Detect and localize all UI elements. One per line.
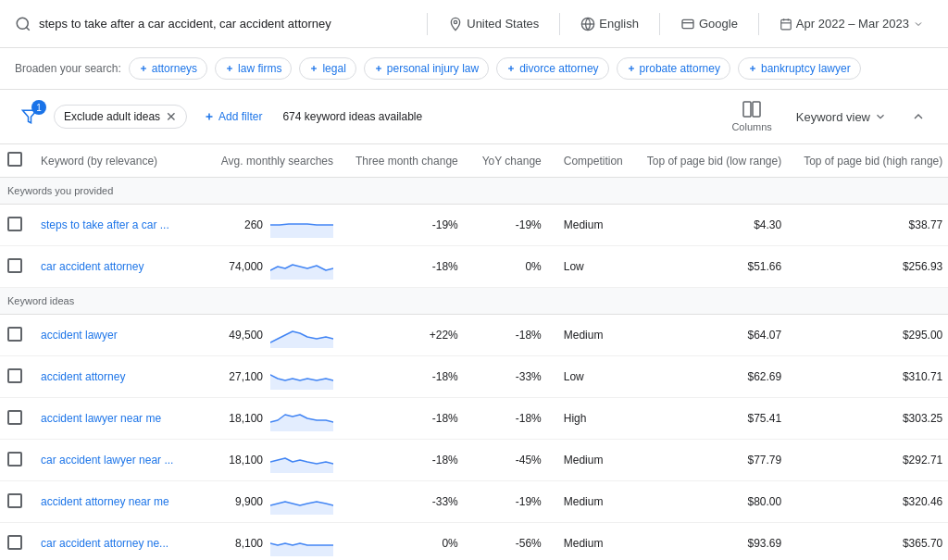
close-icon[interactable]: ✕: [166, 109, 177, 124]
bid-low-cell: $77.79: [636, 440, 792, 481]
row-checkbox[interactable]: [7, 217, 22, 231]
sparkline: [270, 322, 333, 348]
language-pill[interactable]: English: [571, 13, 648, 35]
bid-high-cell: $256.93: [792, 246, 948, 288]
bid-high-cell: $310.71: [792, 356, 948, 398]
broaden-chip-label: probate attorney: [640, 62, 720, 75]
three-month-cell: -18%: [344, 398, 469, 440]
yoy-cell: -56%: [469, 523, 553, 561]
avg-monthly-value: 49,500: [229, 329, 263, 342]
col-bid-high-header: Top of page bid (high range): [792, 144, 948, 178]
keyword-view-label: Keyword view: [796, 110, 870, 124]
keyword-cell[interactable]: car accident attorney ne...: [30, 523, 196, 561]
broaden-chip-legal[interactable]: legal: [299, 57, 356, 80]
row-checkbox-cell[interactable]: [0, 246, 30, 288]
table-row: car accident attorney ne... 8,100 0% -56…: [0, 523, 948, 561]
table-row: accident attorney 27,100 -18% -33% Low $…: [0, 356, 948, 398]
row-checkbox[interactable]: [7, 327, 22, 342]
broaden-chip-personal-injury[interactable]: personal injury law: [364, 57, 489, 80]
row-checkbox[interactable]: [7, 368, 22, 383]
location-pill[interactable]: United States: [439, 13, 548, 35]
avg-monthly-value: 18,100: [229, 412, 263, 425]
competition-cell: Low: [553, 246, 636, 288]
table-row: accident lawyer 49,500 +22% -18% Medium …: [0, 315, 948, 356]
collapse-button[interactable]: [904, 102, 933, 131]
row-checkbox-cell[interactable]: [0, 205, 30, 246]
broaden-chip-label: law firms: [238, 62, 281, 75]
three-month-cell: +22%: [344, 315, 469, 356]
platform-pill[interactable]: Google: [671, 13, 747, 35]
competition-cell: Medium: [553, 523, 636, 561]
filter-row: 1 Exclude adult ideas ✕ Add filter 674 k…: [0, 90, 948, 144]
keywords-table: Keyword (by relevance) Avg. monthly sear…: [0, 144, 948, 560]
table-row: car accident lawyer near ... 18,100 -18%…: [0, 440, 948, 481]
svg-rect-28: [743, 102, 751, 117]
row-checkbox-cell[interactable]: [0, 356, 30, 398]
competition-cell: Medium: [553, 205, 636, 246]
filter-funnel-button[interactable]: 1: [15, 102, 44, 131]
competition-cell: Medium: [553, 481, 636, 523]
row-checkbox[interactable]: [7, 452, 22, 467]
section-header: Keywords you provided: [0, 178, 948, 205]
broaden-chip-probate[interactable]: probate attorney: [617, 57, 730, 80]
row-checkbox-cell[interactable]: [0, 315, 30, 356]
row-checkbox[interactable]: [7, 535, 22, 550]
divider2: [559, 13, 560, 35]
row-checkbox-cell[interactable]: [0, 398, 30, 440]
broaden-chip-lawfirms[interactable]: law firms: [215, 57, 292, 80]
table-row: accident attorney near me 9,900 -33% -19…: [0, 481, 948, 523]
keyword-cell[interactable]: car accident attorney: [30, 246, 196, 288]
sparkline: [270, 530, 333, 556]
avg-monthly-cell: 49,500: [196, 315, 344, 356]
broaden-label: Broaden your search:: [15, 62, 121, 75]
keyword-cell[interactable]: accident attorney near me: [30, 481, 196, 523]
keyword-view-button[interactable]: Keyword view: [789, 106, 894, 128]
broaden-chip-divorce[interactable]: divorce attorney: [496, 57, 608, 80]
exclude-adult-chip[interactable]: Exclude adult ideas ✕: [54, 105, 187, 129]
bid-low-cell: $62.69: [636, 356, 792, 398]
broaden-chip-label: personal injury law: [387, 62, 479, 75]
bid-high-cell: $303.25: [792, 398, 948, 440]
competition-cell: Medium: [553, 440, 636, 481]
keyword-cell[interactable]: accident lawyer near me: [30, 398, 196, 440]
columns-button[interactable]: Columns: [724, 97, 779, 136]
divider3: [659, 13, 660, 35]
keyword-cell[interactable]: steps to take after a car ...: [30, 205, 196, 246]
keyword-cell[interactable]: accident lawyer: [30, 315, 196, 356]
col-bid-low-header: Top of page bid (low range): [636, 144, 792, 178]
row-checkbox[interactable]: [7, 493, 22, 508]
row-checkbox-cell[interactable]: [0, 481, 30, 523]
avg-monthly-cell: 260: [196, 205, 344, 246]
keyword-count: 674 keyword ideas available: [282, 110, 422, 123]
header-checkbox[interactable]: [7, 152, 22, 167]
date-pill[interactable]: Apr 2022 – Mar 2023: [770, 13, 933, 34]
broaden-chip-attorneys[interactable]: attorneys: [129, 57, 207, 80]
row-checkbox-cell[interactable]: [0, 440, 30, 481]
row-checkbox-cell[interactable]: [0, 523, 30, 561]
sparkline: [270, 489, 333, 515]
keyword-cell[interactable]: accident attorney: [30, 356, 196, 398]
competition-cell: Low: [553, 356, 636, 398]
svg-point-2: [455, 20, 457, 23]
search-input[interactable]: steps to take after a car accident, car …: [39, 13, 416, 34]
three-month-cell: -18%: [344, 246, 469, 288]
broaden-chip-bankruptcy[interactable]: bankruptcy lawyer: [738, 57, 861, 80]
filter-badge: 1: [31, 100, 46, 115]
broaden-chip-label: bankruptcy lawyer: [761, 62, 851, 75]
col-checkbox-header[interactable]: [0, 144, 30, 178]
add-filter-button[interactable]: Add filter: [196, 106, 269, 127]
row-checkbox[interactable]: [7, 258, 22, 273]
three-month-cell: -18%: [344, 440, 469, 481]
avg-monthly-value: 8,100: [235, 537, 263, 550]
bid-low-cell: $93.69: [636, 523, 792, 561]
col-keyword-header[interactable]: Keyword (by relevance): [30, 144, 196, 178]
col-competition-header: Competition: [553, 144, 636, 178]
keyword-cell[interactable]: car accident lawyer near ...: [30, 440, 196, 481]
three-month-cell: -18%: [344, 356, 469, 398]
avg-monthly-value: 18,100: [229, 454, 263, 467]
sparkline: [270, 254, 333, 280]
row-checkbox[interactable]: [7, 410, 22, 425]
divider: [427, 13, 428, 35]
avg-monthly-value: 9,900: [235, 495, 263, 508]
bid-high-cell: $292.71: [792, 440, 948, 481]
